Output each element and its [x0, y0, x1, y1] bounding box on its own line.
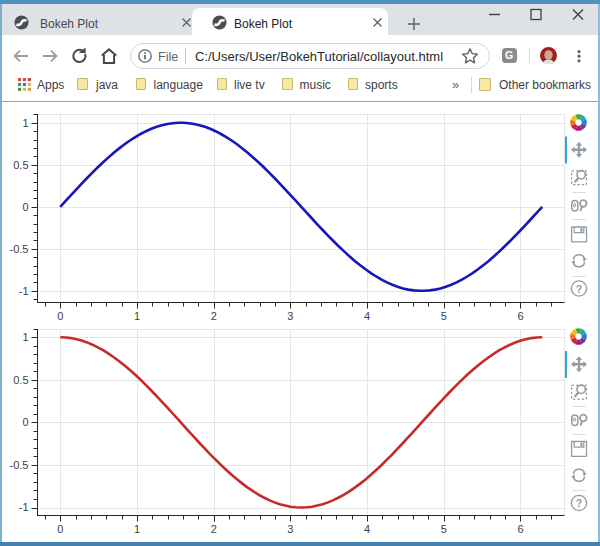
svg-text:6: 6 [517, 523, 523, 535]
svg-text:0.5: 0.5 [13, 374, 28, 386]
svg-text:6: 6 [517, 310, 523, 322]
svg-text:3: 3 [287, 310, 293, 322]
svg-text:0.5: 0.5 [13, 159, 28, 171]
svg-text:5: 5 [441, 310, 447, 322]
svg-text:1: 1 [22, 117, 28, 129]
svg-text:-1: -1 [19, 501, 29, 513]
svg-text:3: 3 [287, 523, 293, 535]
svg-text:-0.5: -0.5 [10, 243, 29, 255]
svg-text:2: 2 [211, 523, 217, 535]
svg-text:1: 1 [22, 331, 28, 343]
svg-text:2: 2 [211, 310, 217, 322]
svg-text:0: 0 [22, 201, 28, 213]
svg-text:0: 0 [57, 310, 63, 322]
svg-text:4: 4 [364, 310, 370, 322]
svg-text:0: 0 [22, 416, 28, 428]
svg-text:0: 0 [57, 523, 63, 535]
svg-text:?: ? [576, 497, 582, 509]
svg-text:1: 1 [134, 523, 140, 535]
svg-text:-0.5: -0.5 [10, 459, 29, 471]
svg-text:4: 4 [364, 523, 370, 535]
svg-text:?: ? [576, 283, 582, 295]
svg-text:5: 5 [441, 523, 447, 535]
svg-text:-1: -1 [19, 285, 29, 297]
svg-text:1: 1 [134, 310, 140, 322]
